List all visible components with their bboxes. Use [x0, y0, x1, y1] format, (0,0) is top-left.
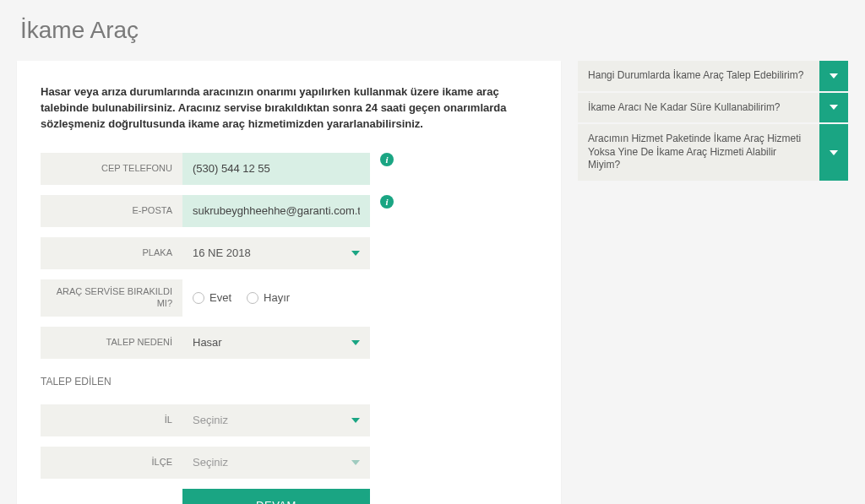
faq-toggle[interactable] — [819, 124, 848, 181]
chevron-down-icon — [351, 340, 360, 345]
province-select[interactable]: Seçiniz — [182, 404, 370, 436]
page-title: İkame Araç — [20, 17, 848, 44]
info-icon[interactable]: i — [380, 153, 394, 166]
faq-item[interactable]: Hangi Durumlarda İkame Araç Talep Edebil… — [578, 61, 819, 91]
label-district: İLÇE — [41, 447, 182, 479]
radio-yes[interactable]: Evet — [193, 291, 231, 304]
chevron-down-icon — [830, 73, 838, 79]
form-card: Hasar veya arıza durumlarında aracınızın… — [17, 61, 561, 504]
label-reason: TALEP NEDENİ — [41, 327, 182, 359]
faq-sidebar: Hangi Durumlarda İkame Araç Talep Edebil… — [578, 61, 848, 182]
label-email: E-POSTA — [41, 195, 182, 227]
chevron-down-icon — [830, 150, 838, 155]
reason-select[interactable]: Hasar — [182, 327, 370, 359]
label-province: İL — [41, 404, 182, 436]
plate-value: 16 NE 2018 — [193, 247, 251, 259]
district-select[interactable]: Seçiniz — [182, 447, 370, 479]
reason-value: Hasar — [193, 336, 222, 349]
radio-icon — [247, 292, 258, 304]
submit-button[interactable]: DEVAM — [182, 489, 370, 504]
intro-text: Hasar veya arıza durumlarında aracınızın… — [41, 84, 537, 133]
label-phone: CEP TELEFONU — [41, 153, 182, 185]
label-service-dropped: ARAÇ SERVİSE BIRAKILDI MI? — [41, 279, 182, 317]
district-placeholder: Seçiniz — [193, 456, 228, 469]
chevron-down-icon — [830, 105, 838, 110]
faq-item[interactable]: İkame Aracı Ne Kadar Süre Kullanabilirim… — [578, 93, 819, 123]
radio-icon — [193, 292, 204, 304]
chevron-down-icon — [351, 251, 360, 256]
faq-item[interactable]: Aracımın Hizmet Paketinde İkame Araç Hiz… — [578, 124, 819, 181]
province-placeholder: Seçiniz — [193, 414, 228, 426]
radio-no-label: Hayır — [264, 291, 290, 304]
radio-no[interactable]: Hayır — [247, 291, 290, 304]
section-requested: TALEP EDİLEN — [41, 376, 537, 387]
info-icon[interactable]: i — [380, 195, 394, 209]
email-input[interactable] — [182, 195, 370, 227]
label-plate: PLAKA — [41, 237, 182, 269]
faq-toggle[interactable] — [819, 61, 848, 91]
plate-select[interactable]: 16 NE 2018 — [182, 237, 370, 269]
chevron-down-icon — [351, 460, 360, 465]
radio-yes-label: Evet — [209, 291, 231, 304]
phone-input[interactable] — [182, 153, 370, 185]
faq-toggle[interactable] — [819, 93, 848, 123]
chevron-down-icon — [351, 418, 360, 423]
